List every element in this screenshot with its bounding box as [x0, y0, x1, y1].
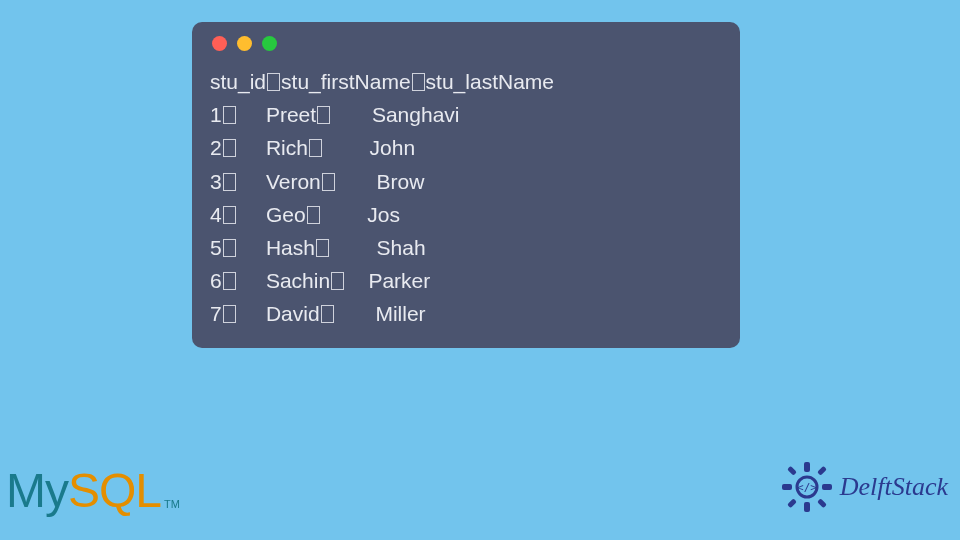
delftstack-label: DelftStack: [840, 472, 948, 502]
cell-id: 4: [210, 203, 222, 226]
tab-icon: [223, 139, 236, 157]
cell-last: Shah: [377, 236, 426, 259]
tab-icon: [307, 206, 320, 224]
tab-icon: [223, 206, 236, 224]
cell-id: 7: [210, 302, 222, 325]
tab-icon: [412, 73, 425, 91]
cell-id: 3: [210, 170, 222, 193]
maximize-icon[interactable]: [262, 36, 277, 51]
mysql-logo: MySQLTM: [6, 463, 180, 518]
tab-icon: [223, 173, 236, 191]
header-col3: stu_lastName: [426, 70, 554, 93]
header-col1: stu_id: [210, 70, 266, 93]
cell-last: Sanghavi: [372, 103, 460, 126]
svg-rect-6: [817, 498, 827, 508]
close-icon[interactable]: [212, 36, 227, 51]
svg-rect-5: [787, 466, 797, 476]
terminal-output: stu_idstu_firstNamestu_lastName 1 Preet …: [210, 65, 722, 330]
delftstack-brand: </> DelftStack: [780, 460, 948, 514]
cell-last: Jos: [367, 203, 400, 226]
window-controls: [210, 36, 722, 51]
mysql-sql-text: SQL: [68, 463, 161, 518]
tab-icon: [331, 272, 344, 290]
cell-first: Veron: [266, 170, 321, 193]
svg-rect-8: [787, 498, 797, 508]
cell-first: Rich: [266, 136, 308, 159]
svg-rect-1: [804, 462, 810, 472]
minimize-icon[interactable]: [237, 36, 252, 51]
terminal-window: stu_idstu_firstNamestu_lastName 1 Preet …: [192, 22, 740, 348]
delftstack-gear-icon: </>: [780, 460, 834, 514]
tab-icon: [321, 305, 334, 323]
mysql-my-text: My: [6, 463, 68, 518]
cell-last: Parker: [368, 269, 430, 292]
cell-first: Preet: [266, 103, 316, 126]
header-col2: stu_firstName: [281, 70, 411, 93]
tab-icon: [223, 239, 236, 257]
svg-rect-3: [782, 484, 792, 490]
cell-first: Sachin: [266, 269, 330, 292]
cell-id: 5: [210, 236, 222, 259]
tab-icon: [316, 239, 329, 257]
cell-last: John: [370, 136, 416, 159]
tab-icon: [223, 106, 236, 124]
svg-text:</>: </>: [797, 481, 817, 494]
svg-rect-4: [822, 484, 832, 490]
tab-icon: [317, 106, 330, 124]
cell-last: Miller: [375, 302, 425, 325]
cell-first: Geo: [266, 203, 306, 226]
tab-icon: [223, 272, 236, 290]
cell-first: Hash: [266, 236, 315, 259]
cell-id: 1: [210, 103, 222, 126]
tab-icon: [309, 139, 322, 157]
cell-last: Brow: [377, 170, 425, 193]
cell-first: David: [266, 302, 320, 325]
mysql-tm-text: TM: [164, 498, 180, 510]
cell-id: 6: [210, 269, 222, 292]
tab-icon: [223, 305, 236, 323]
tab-icon: [322, 173, 335, 191]
tab-icon: [267, 73, 280, 91]
svg-rect-2: [804, 502, 810, 512]
cell-id: 2: [210, 136, 222, 159]
svg-rect-7: [817, 466, 827, 476]
